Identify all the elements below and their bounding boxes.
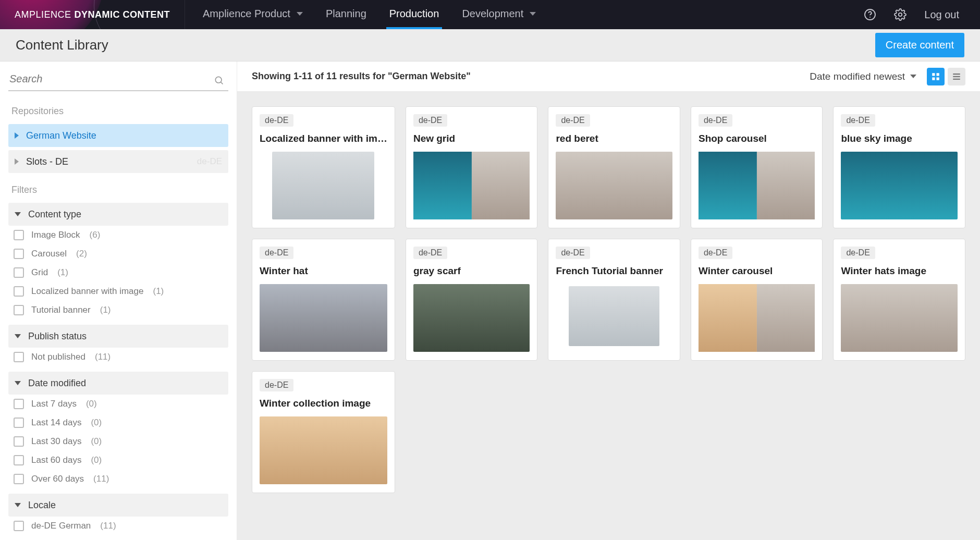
filter-date-modified[interactable]: Date modified — [8, 372, 228, 395]
check-count: (1) — [100, 305, 111, 315]
check-label: Image Block — [31, 230, 80, 240]
grid-view-button[interactable] — [927, 68, 945, 85]
filter-image-block[interactable]: Image Block(6) — [8, 226, 228, 244]
filter-locale-de[interactable]: de-DE German(11) — [8, 517, 228, 535]
chevron-right-icon — [15, 132, 19, 139]
check-count: (0) — [91, 436, 102, 447]
filter-tutorial-banner[interactable]: Tutorial banner(1) — [8, 301, 228, 320]
repo-slots-de[interactable]: Slots - DE de-DE — [8, 150, 228, 173]
card-thumbnail — [569, 286, 659, 346]
locale-badge: de-DE — [413, 114, 447, 127]
nav-production[interactable]: Production — [386, 0, 443, 29]
card-title: Winter carousel — [699, 265, 815, 277]
check-count: (0) — [86, 399, 97, 409]
content-card[interactable]: de-DE New grid — [406, 106, 538, 228]
chevron-down-icon — [15, 334, 21, 338]
settings-icon[interactable] — [894, 8, 906, 21]
top-nav: AMPLIENCE DYNAMIC CONTENT Amplience Prod… — [0, 0, 980, 29]
brand: AMPLIENCE DYNAMIC CONTENT — [0, 0, 185, 29]
content-card[interactable]: de-DE Winter hat — [252, 239, 395, 361]
filter-last-14[interactable]: Last 14 days(0) — [8, 413, 228, 432]
filter-localized-banner[interactable]: Localized banner with image(1) — [8, 282, 228, 301]
content-card[interactable]: de-DE Localized banner with im… — [252, 106, 395, 228]
content-card[interactable]: de-DE blue sky image — [833, 106, 965, 228]
card-title: New grid — [413, 133, 530, 144]
check-label: Tutorial banner — [31, 305, 91, 315]
nav-label: Planning — [326, 8, 366, 20]
locale-badge: de-DE — [413, 247, 447, 259]
checkbox-icon — [14, 521, 24, 531]
filter-content-type[interactable]: Content type — [8, 203, 228, 226]
card-thumbnail — [260, 284, 387, 352]
check-count: (1) — [57, 267, 68, 278]
check-label: Last 30 days — [31, 436, 81, 447]
card-thumbnail — [413, 284, 530, 352]
content-card[interactable]: de-DE Shop carousel — [691, 106, 823, 228]
nav-amplience-product[interactable]: Amplience Product — [200, 0, 306, 29]
page-title: Content Library — [16, 37, 108, 53]
filter-grid[interactable]: Grid(1) — [8, 263, 228, 282]
sort-label: Date modified newest — [810, 71, 905, 82]
svg-point-1 — [869, 17, 871, 18]
locale-badge: de-DE — [260, 379, 293, 391]
repo-label: German Website — [26, 130, 96, 141]
checkbox-icon — [14, 352, 24, 362]
check-label: Last 7 days — [31, 399, 77, 409]
filter-last-7[interactable]: Last 7 days(0) — [8, 395, 228, 413]
chevron-down-icon — [15, 212, 21, 216]
sort-dropdown[interactable]: Date modified newest — [810, 71, 916, 82]
filter-locale[interactable]: Locale — [8, 494, 228, 517]
content-card[interactable]: de-DE gray scarf — [406, 239, 538, 361]
card-title: French Tutorial banner — [556, 265, 672, 277]
check-label: Grid — [31, 267, 48, 278]
filter-title: Publish status — [28, 331, 87, 342]
filter-last-30[interactable]: Last 30 days(0) — [8, 432, 228, 451]
top-right: Log out — [864, 8, 980, 21]
filter-not-published[interactable]: Not published(11) — [8, 348, 228, 366]
content-card[interactable]: de-DE Winter carousel — [691, 239, 823, 361]
card-title: Shop carousel — [699, 133, 815, 144]
check-count: (11) — [93, 474, 109, 484]
svg-point-2 — [899, 13, 902, 16]
filter-last-60[interactable]: Last 60 days(0) — [8, 451, 228, 470]
chevron-right-icon — [15, 158, 19, 165]
checkbox-icon — [14, 267, 24, 278]
help-icon[interactable] — [864, 8, 876, 21]
filter-carousel[interactable]: Carousel(2) — [8, 244, 228, 263]
svg-point-3 — [215, 77, 222, 83]
list-view-button[interactable] — [948, 68, 965, 85]
results-toolbar: Showing 1-11 of 11 results for "German W… — [237, 62, 980, 92]
filter-title: Date modified — [28, 378, 86, 389]
search-input[interactable] — [9, 73, 227, 85]
repositories-label: Repositories — [11, 106, 228, 117]
content-card[interactable]: de-DE Winter hats image — [833, 239, 965, 361]
search-wrap — [8, 70, 228, 91]
svg-rect-4 — [932, 73, 935, 76]
main-panel: Showing 1-11 of 11 results for "German W… — [237, 62, 980, 540]
svg-rect-6 — [932, 77, 935, 80]
brand-bold: DYNAMIC CONTENT — [75, 9, 170, 20]
content-card[interactable]: de-DE French Tutorial banner — [548, 239, 680, 361]
checkbox-icon — [14, 230, 24, 240]
brand-thin: AMPLIENCE — [15, 9, 71, 20]
repo-label: Slots - DE — [26, 156, 68, 167]
check-count: (6) — [90, 230, 101, 240]
repo-german-website[interactable]: German Website — [8, 124, 228, 147]
nav-planning[interactable]: Planning — [323, 0, 370, 29]
check-count: (2) — [76, 249, 87, 259]
filter-publish-status[interactable]: Publish status — [8, 325, 228, 348]
logout-link[interactable]: Log out — [924, 9, 959, 21]
content-card[interactable]: de-DE red beret — [548, 106, 680, 228]
nav-development[interactable]: Development — [459, 0, 539, 29]
card-thumbnail — [413, 152, 530, 219]
check-label: Not published — [31, 352, 85, 362]
filter-title: Locale — [28, 500, 56, 511]
checkbox-icon — [14, 455, 24, 465]
checkbox-icon — [14, 474, 24, 484]
create-content-button[interactable]: Create content — [875, 33, 964, 57]
content-card[interactable]: de-DE Winter collection image — [252, 371, 395, 493]
check-label: Last 14 days — [31, 418, 81, 428]
repo-locale-tag: de-DE — [197, 156, 222, 167]
card-thumbnail — [841, 152, 958, 219]
filter-over-60[interactable]: Over 60 days(11) — [8, 470, 228, 488]
